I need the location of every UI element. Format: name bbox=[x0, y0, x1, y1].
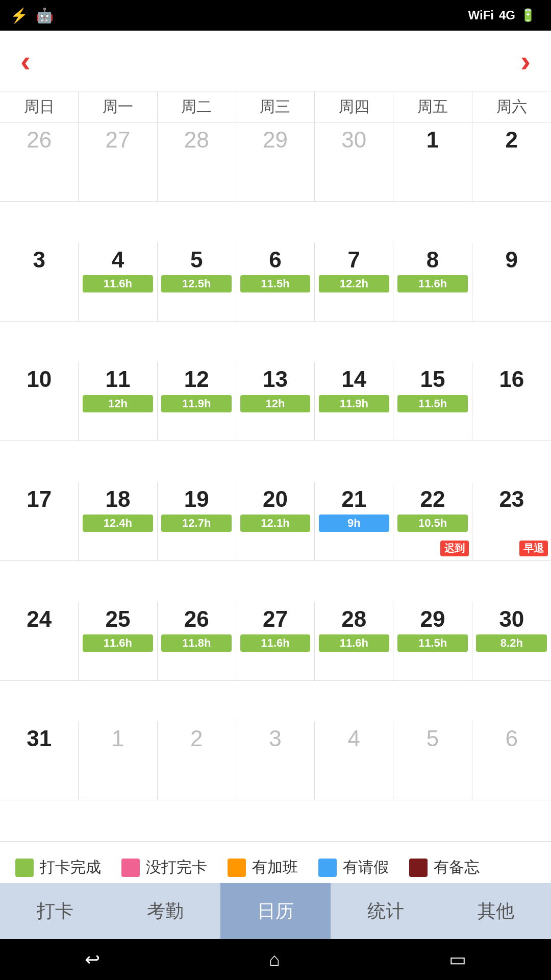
calendar-cell-w3d4[interactable]: 219h bbox=[315, 482, 393, 561]
calendar-cell-w4d1[interactable]: 2511.6h bbox=[79, 602, 157, 681]
calendar-cell-w2d1[interactable]: 1112h bbox=[79, 362, 157, 441]
calendar-cell-w1d3[interactable]: 611.5h bbox=[236, 242, 315, 322]
legend-label-green: 打卡完成 bbox=[40, 857, 101, 878]
calendar-cell-w3d3[interactable]: 2012.1h bbox=[236, 482, 315, 561]
calendar-cell-w0d6[interactable]: 2 bbox=[472, 122, 551, 202]
next-month-button[interactable]: › bbox=[520, 43, 531, 79]
time-badge: 12.2h bbox=[319, 275, 389, 292]
day-number: 8 bbox=[427, 248, 439, 272]
late-tag: 迟到 bbox=[440, 541, 469, 556]
dow-thu: 周四 bbox=[315, 92, 393, 122]
calendar-cell-w0d0[interactable]: 26 bbox=[0, 122, 79, 202]
time-badge: 12h bbox=[240, 395, 311, 412]
status-bar: ⚡ 🤖 WiFi 4G 🔋 bbox=[0, 0, 551, 31]
calendar-cell-w4d6[interactable]: 308.2h bbox=[472, 602, 551, 681]
day-number: 26 bbox=[27, 128, 52, 152]
calendar-cell-w0d2[interactable]: 28 bbox=[158, 122, 236, 202]
day-number: 6 bbox=[506, 726, 518, 751]
calendar-cell-w5d4[interactable]: 4 bbox=[315, 721, 393, 800]
calendar-cell-w2d2[interactable]: 1211.9h bbox=[158, 362, 236, 441]
calendar-cell-w0d1[interactable]: 27 bbox=[79, 122, 157, 202]
time-badge: 11.8h bbox=[161, 634, 232, 652]
home-button[interactable]: ⌂ bbox=[269, 949, 280, 970]
time-badge: 11.6h bbox=[397, 275, 468, 292]
legend-color-green bbox=[15, 859, 34, 877]
calendar-cell-w2d6[interactable]: 16 bbox=[472, 362, 551, 441]
day-number: 20 bbox=[263, 487, 288, 511]
day-number: 23 bbox=[499, 487, 524, 511]
day-number: 15 bbox=[420, 367, 445, 391]
calendar-cell-w2d5[interactable]: 1511.5h bbox=[393, 362, 472, 441]
day-number: 31 bbox=[27, 726, 52, 751]
calendar-cell-w5d6[interactable]: 6 bbox=[472, 721, 551, 800]
day-number: 14 bbox=[341, 367, 366, 391]
dow-fri: 周五 bbox=[393, 92, 472, 122]
calendar-cell-w0d3[interactable]: 29 bbox=[236, 122, 315, 202]
day-number: 9 bbox=[506, 248, 518, 272]
calendar-cell-w5d2[interactable]: 2 bbox=[158, 721, 236, 800]
calendar-cell-w2d4[interactable]: 1411.9h bbox=[315, 362, 393, 441]
calendar-cell-w1d5[interactable]: 811.6h bbox=[393, 242, 472, 322]
calendar-cell-w5d1[interactable]: 1 bbox=[79, 721, 157, 800]
prev-month-button[interactable]: ‹ bbox=[20, 43, 31, 79]
nav-item-打卡[interactable]: 打卡 bbox=[0, 883, 110, 939]
day-number: 5 bbox=[427, 726, 439, 751]
calendar-cell-w0d4[interactable]: 30 bbox=[315, 122, 393, 202]
calendar-cell-w1d6[interactable]: 9 bbox=[472, 242, 551, 322]
nav-item-其他[interactable]: 其他 bbox=[441, 883, 551, 939]
day-number: 22 bbox=[420, 487, 445, 511]
calendar-cell-w2d0[interactable]: 10 bbox=[0, 362, 79, 441]
calendar-cell-w2d3[interactable]: 1312h bbox=[236, 362, 315, 441]
main-content: ‹ › 周日 周一 周二 周三 周四 周五 周六 262728293012341… bbox=[0, 31, 551, 883]
legend-label-pink: 没打完卡 bbox=[146, 857, 207, 878]
calendar-cell-w4d0[interactable]: 24 bbox=[0, 602, 79, 681]
calendar-cell-w3d0[interactable]: 17 bbox=[0, 482, 79, 561]
days-of-week-row: 周日 周一 周二 周三 周四 周五 周六 bbox=[0, 92, 551, 122]
legend-label-blue: 有请假 bbox=[343, 857, 389, 878]
day-number: 3 bbox=[269, 726, 281, 751]
calendar-cell-w3d1[interactable]: 1812.4h bbox=[79, 482, 157, 561]
wifi-icon: WiFi bbox=[468, 8, 494, 22]
early-leave-tag: 早退 bbox=[519, 541, 548, 556]
usb-icon: ⚡ bbox=[10, 7, 28, 24]
day-number: 5 bbox=[190, 248, 203, 272]
calendar-cell-w4d3[interactable]: 2711.6h bbox=[236, 602, 315, 681]
day-number: 26 bbox=[184, 607, 209, 631]
calendar-cell-w1d2[interactable]: 512.5h bbox=[158, 242, 236, 322]
day-number: 1 bbox=[112, 726, 124, 751]
status-right-info: WiFi 4G 🔋 bbox=[468, 8, 541, 22]
calendar-cell-w1d1[interactable]: 411.6h bbox=[79, 242, 157, 322]
calendar-cell-w4d2[interactable]: 2611.8h bbox=[158, 602, 236, 681]
calendar-cell-w4d4[interactable]: 2811.6h bbox=[315, 602, 393, 681]
legend-label-darkred: 有备忘 bbox=[434, 857, 480, 878]
back-button[interactable]: ↩ bbox=[85, 949, 100, 970]
time-badge: 12.7h bbox=[161, 514, 232, 532]
calendar-cell-w5d5[interactable]: 5 bbox=[393, 721, 472, 800]
recents-button[interactable]: ▭ bbox=[449, 949, 466, 970]
day-number: 24 bbox=[27, 607, 52, 631]
nav-item-统计[interactable]: 统计 bbox=[331, 883, 441, 939]
dow-mon: 周一 bbox=[79, 92, 157, 122]
day-number: 6 bbox=[269, 248, 281, 272]
time-badge: 12.1h bbox=[240, 514, 311, 532]
time-badge: 11.6h bbox=[240, 634, 311, 652]
calendar-cell-w5d0[interactable]: 31 bbox=[0, 721, 79, 800]
legend-label-orange: 有加班 bbox=[252, 857, 298, 878]
legend-orange: 有加班 bbox=[228, 857, 298, 878]
time-badge: 11.9h bbox=[161, 395, 232, 412]
day-number: 2 bbox=[506, 128, 518, 152]
calendar-cell-w3d2[interactable]: 1912.7h bbox=[158, 482, 236, 561]
calendar-grid: 2627282930123411.6h512.5h611.5h712.2h811… bbox=[0, 122, 551, 842]
nav-item-考勤[interactable]: 考勤 bbox=[110, 883, 220, 939]
calendar-cell-w1d0[interactable]: 3 bbox=[0, 242, 79, 322]
calendar-cell-w5d3[interactable]: 3 bbox=[236, 721, 315, 800]
day-number: 29 bbox=[263, 128, 288, 152]
calendar-cell-w1d4[interactable]: 712.2h bbox=[315, 242, 393, 322]
calendar-cell-w3d5[interactable]: 2210.5h迟到 bbox=[393, 482, 472, 561]
calendar-cell-w3d6[interactable]: 23早退 bbox=[472, 482, 551, 561]
calendar-cell-w0d5[interactable]: 1 bbox=[393, 122, 472, 202]
dow-sun: 周日 bbox=[0, 92, 79, 122]
day-number: 3 bbox=[33, 248, 45, 272]
nav-item-日历[interactable]: 日历 bbox=[220, 883, 331, 939]
calendar-cell-w4d5[interactable]: 2911.5h bbox=[393, 602, 472, 681]
